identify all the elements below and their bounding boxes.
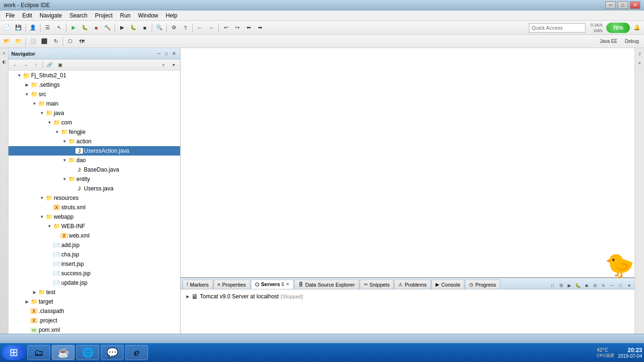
bottom-expand-btn[interactable]: ▾: [625, 281, 633, 289]
server-stop-btn[interactable]: ■: [140, 23, 150, 33]
forward-btn[interactable]: →: [206, 23, 216, 33]
profile-btn[interactable]: 👤: [28, 23, 38, 33]
nav-collapse-icon[interactable]: ▿: [158, 61, 168, 69]
back-btn[interactable]: ←: [195, 23, 205, 33]
tree-item-action[interactable]: ▼ 📁 action: [8, 137, 180, 146]
help-btn[interactable]: ?: [180, 23, 190, 33]
tree-item-update-jsp[interactable]: ▶ 📄 update.jsp: [8, 278, 180, 288]
right-strip-icon-2[interactable]: ≡: [636, 59, 644, 67]
tab-snippets[interactable]: ✂ Snippets: [360, 280, 394, 289]
settings-btn[interactable]: ⚙: [169, 23, 179, 33]
tree-item-entity[interactable]: ▼ 📁 entity: [8, 174, 180, 184]
server-row-tomcat[interactable]: ▶ 🖥 Tomcat v9.0 Server at localhost [Sto…: [184, 291, 631, 302]
minimize-button[interactable]: ─: [605, 1, 616, 9]
tree-item-java[interactable]: ▼ 📁 java: [8, 108, 180, 118]
tree-item-insert-jsp[interactable]: ▶ 📄 insert.jsp: [8, 259, 180, 269]
tree-item-add-jsp[interactable]: ▶ 📄 add.jsp: [8, 240, 180, 250]
redo-btn[interactable]: ↪: [232, 23, 242, 33]
perspective-open-btn[interactable]: Java EE: [596, 36, 620, 47]
start-button[interactable]: ⊞: [2, 345, 25, 360]
tree-item-fj_struts2_01[interactable]: ▼ 📁 Fj_Struts2_01: [8, 71, 180, 80]
quick-access[interactable]: Quick Access: [529, 23, 586, 33]
nav-menu-icon[interactable]: ▾: [169, 61, 178, 69]
server-debug-btn[interactable]: 🐛: [128, 23, 139, 33]
tree-item-userss[interactable]: ▶ J Userss.java: [8, 184, 180, 193]
tree-item-settings[interactable]: ▶ 📁 .settings: [8, 80, 180, 90]
menu-navigate[interactable]: Navigate: [36, 11, 66, 20]
tree-item-struts-xml[interactable]: ▶ X struts.xml: [8, 203, 180, 212]
bottom-run-btn[interactable]: ▶: [566, 281, 573, 289]
tree-item-basedao[interactable]: ▶ J BaseDao.java: [8, 165, 180, 174]
maximize-view-btn[interactable]: ⬜: [28, 36, 38, 47]
tree-item-pom-xml[interactable]: ▶ m pom.xml: [8, 325, 180, 334]
sync-btn[interactable]: ↻: [50, 36, 61, 47]
debug-btn[interactable]: 🐛: [80, 23, 90, 33]
taskbar-app-wechat[interactable]: 💬: [101, 345, 124, 360]
overview-btn[interactable]: 🗺: [76, 36, 87, 47]
bottom-stop-btn[interactable]: ■: [583, 281, 590, 289]
menu-run[interactable]: Run: [116, 11, 134, 20]
nav-link-icon[interactable]: 🔗: [45, 61, 54, 69]
tree-item-classpath[interactable]: ▶ X .classpath: [8, 306, 180, 316]
navigator-maximize-btn[interactable]: □: [163, 50, 170, 57]
tree-item-cha-jsp[interactable]: ▶ 📄 cha.jsp: [8, 250, 180, 259]
taskbar-app-ie[interactable]: ℯ: [125, 345, 148, 360]
bottom-star-btn[interactable]: ⚙: [557, 281, 565, 289]
tree-item-project[interactable]: ▶ X .project: [8, 316, 180, 325]
search-ext-btn[interactable]: 🔍: [154, 23, 165, 33]
bottom-minimize-btn[interactable]: ─: [608, 281, 616, 289]
bottom-debug-btn[interactable]: 🐛: [574, 281, 582, 289]
tree-item-com[interactable]: ▼ 📁 com: [8, 118, 180, 127]
taskbar-app-explorer[interactable]: 🗂: [27, 345, 50, 360]
bottom-menu-btn[interactable]: ≡: [600, 281, 607, 289]
menu-file[interactable]: File: [2, 11, 18, 20]
tab-progress[interactable]: ◷ Progress: [465, 280, 500, 289]
tree-item-userssaction[interactable]: ▶ J UserssAction.java: [8, 146, 180, 156]
hierarchy-btn[interactable]: ☰: [42, 23, 53, 33]
tree-item-fengjie[interactable]: ▼ 📁 fengjie: [8, 127, 180, 137]
new-btn[interactable]: 📄: [2, 23, 12, 33]
menu-window[interactable]: Window: [134, 11, 162, 20]
taskbar-app-browser[interactable]: 🌐: [76, 345, 99, 360]
menu-project[interactable]: Project: [91, 11, 116, 20]
nav-up-icon[interactable]: ↑: [31, 61, 41, 69]
tab-servers[interactable]: ⬡ Servers 5 ✕: [251, 280, 294, 289]
minimize-view-btn[interactable]: ⬛: [39, 36, 50, 47]
save-btn[interactable]: 💾: [13, 23, 24, 33]
tree-item-webinf[interactable]: ▼ 📁 WEB-INF: [8, 222, 180, 231]
server-run-btn[interactable]: ▶: [117, 23, 127, 33]
cursor-btn[interactable]: ↖: [54, 23, 64, 33]
build-btn[interactable]: 🔨: [102, 23, 113, 33]
tree-item-main[interactable]: ▼ 📁 main: [8, 99, 180, 108]
servers-close[interactable]: ✕: [286, 282, 289, 287]
memory-indicator[interactable]: 76%: [606, 23, 630, 33]
tab-problems[interactable]: ⚠ Problems: [394, 280, 430, 289]
nav-filter-icon[interactable]: ▣: [55, 61, 65, 69]
tree-item-target[interactable]: ▶ 📁 target: [8, 297, 180, 306]
right-strip-icon-1[interactable]: J: [636, 50, 644, 58]
tree-item-src[interactable]: ▼ 📁 src: [8, 90, 180, 99]
bottom-maximize-btn[interactable]: □: [617, 281, 624, 289]
update-btn[interactable]: 🔔: [632, 23, 642, 33]
tab-console[interactable]: ▶ Console: [431, 280, 464, 289]
taskbar-app-java[interactable]: ☕: [52, 345, 74, 360]
stop-btn[interactable]: ■: [91, 23, 101, 33]
close-button[interactable]: ✕: [630, 1, 640, 9]
left-strip-icon-2[interactable]: ◐: [1, 58, 8, 65]
menu-edit[interactable]: Edit: [18, 11, 36, 20]
tree-item-success-jsp[interactable]: ▶ 📄 success.jsp: [8, 269, 180, 278]
open-type-btn[interactable]: 📂: [2, 36, 12, 47]
left-strip-icon-1[interactable]: ≡: [1, 50, 8, 57]
bottom-new-btn[interactable]: □: [549, 281, 556, 289]
tree-item-dao[interactable]: ▼ 📁 dao: [8, 156, 180, 165]
navigator-close-btn[interactable]: ✕: [171, 50, 177, 57]
maximize-button[interactable]: □: [618, 1, 628, 9]
tree-item-webapp[interactable]: ▼ 📁 webapp: [8, 212, 180, 222]
open-resource-btn[interactable]: 📁: [13, 36, 24, 47]
nav-forward-icon[interactable]: →: [21, 61, 30, 69]
tab-properties[interactable]: ≡ Properties: [214, 280, 250, 289]
navigator-minimize-btn[interactable]: ─: [156, 50, 162, 57]
menu-search[interactable]: Search: [66, 11, 91, 20]
perspective-btn[interactable]: ⬡: [65, 36, 75, 47]
tree-item-web-xml[interactable]: ▶ X web.xml: [8, 231, 180, 240]
